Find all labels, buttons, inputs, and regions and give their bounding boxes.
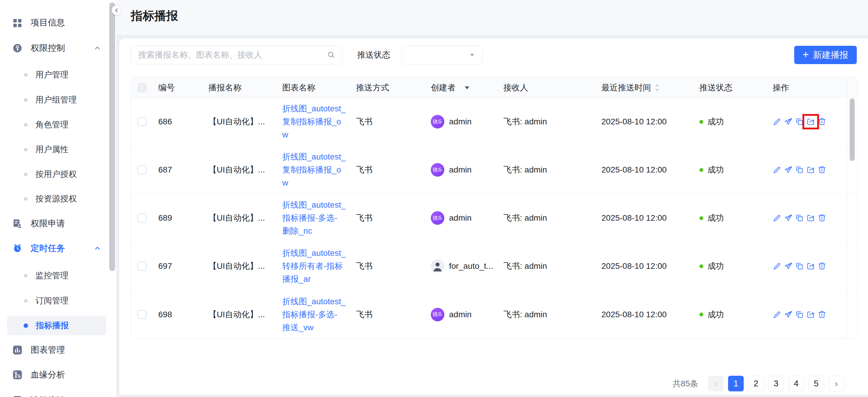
search-icon[interactable] bbox=[327, 51, 336, 59]
table-row: 686【UI自动化】...折线图_autotest_复制指标播报_ow飞书骁乐a… bbox=[131, 98, 857, 146]
delete-action-icon[interactable] bbox=[817, 214, 826, 222]
sidebar-item-13[interactable]: 图表管理 bbox=[0, 340, 117, 360]
cell-chart-name-link[interactable]: 折线图_autotest_指标播报-多选-推送_vw bbox=[282, 291, 346, 338]
sidebar-item-label: 用户属性 bbox=[35, 144, 68, 155]
pagination-page-5[interactable]: 5 bbox=[808, 376, 824, 391]
sidebar-item-15[interactable]: 访问统计 bbox=[0, 391, 117, 397]
push-action-icon[interactable] bbox=[806, 214, 815, 222]
sidebar-item-1[interactable]: 权限控制 bbox=[0, 38, 117, 58]
chart-name-line[interactable]: 复制指标播报_o bbox=[282, 115, 341, 128]
chart-name-line[interactable]: 删除_nc bbox=[282, 224, 312, 238]
sidebar-item-sub-7[interactable]: 按资源授权 bbox=[0, 189, 117, 209]
row-checkbox[interactable] bbox=[137, 262, 147, 271]
copy-action-icon[interactable] bbox=[795, 310, 804, 319]
delete-action-icon[interactable] bbox=[817, 262, 826, 271]
sidebar-item-sub-4[interactable]: 角色管理 bbox=[0, 115, 117, 134]
sidebar-item-label: 监控管理 bbox=[35, 270, 68, 281]
creator-name: for_auto_t... bbox=[449, 262, 493, 271]
send-action-icon[interactable] bbox=[784, 262, 793, 271]
chart-name-line[interactable]: 推送_vw bbox=[282, 321, 314, 334]
sidebar-item-sub-6[interactable]: 按用户授权 bbox=[0, 164, 117, 184]
edit-action-icon[interactable] bbox=[773, 165, 781, 174]
status-success-dot bbox=[700, 312, 703, 316]
cell-receiver: 飞书: admin bbox=[503, 291, 547, 338]
filter-icon[interactable] bbox=[464, 85, 470, 91]
copy-action-icon[interactable] bbox=[795, 262, 804, 271]
pagination-page-3[interactable]: 3 bbox=[768, 376, 784, 391]
chart-name-line[interactable]: 指标播报-多选- bbox=[282, 308, 337, 321]
row-checkbox[interactable] bbox=[137, 117, 147, 126]
copy-action-icon[interactable] bbox=[795, 165, 804, 174]
edit-action-icon[interactable] bbox=[773, 117, 781, 126]
chart-name-line[interactable]: 折线图_autotest_ bbox=[282, 102, 346, 115]
sidebar-item-sub-3[interactable]: 用户组管理 bbox=[0, 90, 117, 110]
delete-action-icon[interactable] bbox=[817, 310, 826, 319]
chart-name-line[interactable]: 转移所有者-指标 bbox=[282, 259, 343, 273]
chart-name-line[interactable]: 折线图_autotest_ bbox=[282, 247, 346, 259]
sidebar: 项目信息权限控制用户管理用户组管理角色管理用户属性按用户授权按资源授权权限申请定… bbox=[0, 0, 117, 397]
chart-name-line[interactable]: 播报_ar bbox=[282, 273, 311, 286]
push-action-icon[interactable] bbox=[806, 310, 815, 319]
copy-action-icon[interactable] bbox=[795, 214, 804, 222]
push-action-icon[interactable] bbox=[806, 165, 815, 174]
cell-id: 697 bbox=[158, 242, 172, 290]
send-action-icon[interactable] bbox=[784, 214, 793, 222]
send-action-icon[interactable] bbox=[784, 117, 793, 126]
plus-icon: + bbox=[802, 49, 809, 60]
edit-action-icon[interactable] bbox=[773, 262, 781, 271]
sidebar-item-sub-12[interactable]: 指标播报 bbox=[7, 316, 106, 335]
column-header-creator[interactable]: 创建者 bbox=[431, 78, 470, 98]
cell-chart-name-link[interactable]: 折线图_autotest_转移所有者-指标播报_ar bbox=[282, 242, 346, 290]
send-action-icon[interactable] bbox=[784, 310, 793, 319]
sidebar-item-14[interactable]: 血缘分析 bbox=[0, 365, 117, 385]
create-broadcast-button[interactable]: + 新建播报 bbox=[794, 46, 857, 64]
sidebar-item-0[interactable]: 项目信息 bbox=[0, 13, 117, 32]
push-status-select[interactable] bbox=[402, 45, 483, 64]
cell-chart-name-link[interactable]: 折线图_autotest_指标播报-多选-删除_nc bbox=[282, 194, 346, 242]
sidebar-item-sub-11[interactable]: 订阅管理 bbox=[0, 291, 117, 310]
chevron-up-icon[interactable] bbox=[94, 245, 101, 252]
sidebar-item-9[interactable]: 定时任务 bbox=[0, 239, 117, 258]
sidebar-collapse-button[interactable] bbox=[112, 5, 121, 15]
push-action-icon[interactable] bbox=[806, 262, 815, 271]
chart-name-line[interactable]: 复制指标播报_o bbox=[282, 163, 341, 176]
chart-name-line[interactable]: 指标播报-多选- bbox=[282, 212, 337, 224]
pagination-next-button[interactable]: › bbox=[829, 376, 844, 391]
chevron-left-icon bbox=[114, 8, 119, 13]
chart-name-line[interactable]: 折线图_autotest_ bbox=[282, 198, 346, 212]
sidebar-item-sub-2[interactable]: 用户管理 bbox=[0, 65, 117, 85]
table-scrollbar[interactable] bbox=[850, 98, 855, 161]
chart-name-line[interactable]: 折线图_autotest_ bbox=[282, 150, 346, 163]
send-action-icon[interactable] bbox=[784, 165, 793, 174]
chart-name-line[interactable]: 折线图_autotest_ bbox=[282, 295, 346, 308]
delete-action-icon[interactable] bbox=[817, 165, 826, 174]
pagination-prev-button[interactable]: ‹ bbox=[708, 376, 724, 391]
column-header-time[interactable]: 最近推送时间 bbox=[601, 78, 660, 98]
pagination-page-2[interactable]: 2 bbox=[748, 376, 764, 391]
edit-action-icon[interactable] bbox=[773, 310, 781, 319]
cell-chart-name-link[interactable]: 折线图_autotest_复制指标播报_ow bbox=[282, 98, 346, 146]
chevron-up-icon[interactable] bbox=[94, 44, 101, 52]
select-all-checkbox[interactable] bbox=[137, 83, 147, 92]
search-input[interactable] bbox=[131, 46, 327, 64]
sidebar-item-8[interactable]: 权限申请 bbox=[0, 214, 117, 233]
chart-name-line[interactable]: w bbox=[282, 176, 288, 189]
row-checkbox[interactable] bbox=[137, 165, 147, 174]
sidebar-item-sub-10[interactable]: 监控管理 bbox=[0, 266, 117, 285]
pagination-page-4[interactable]: 4 bbox=[788, 376, 804, 391]
status-success-dot bbox=[700, 168, 703, 172]
chart-name-line[interactable]: w bbox=[282, 128, 288, 141]
row-checkbox[interactable] bbox=[137, 310, 147, 319]
sidebar-item-sub-5[interactable]: 用户属性 bbox=[0, 140, 117, 159]
cell-push-status: 成功 bbox=[700, 291, 724, 338]
sidebar-scrollbar[interactable] bbox=[109, 2, 115, 271]
sort-icon[interactable] bbox=[654, 83, 660, 93]
column-label: 图表名称 bbox=[282, 82, 315, 93]
table-row: 697【UI自动化】...折线图_autotest_转移所有者-指标播报_ar飞… bbox=[131, 242, 857, 291]
edit-action-icon[interactable] bbox=[773, 214, 781, 222]
cell-chart-name-link[interactable]: 折线图_autotest_复制指标播报_ow bbox=[282, 146, 346, 194]
sidebar-item-label: 订阅管理 bbox=[35, 295, 68, 306]
row-checkbox[interactable] bbox=[137, 214, 147, 222]
pagination-page-1[interactable]: 1 bbox=[728, 376, 744, 391]
cell-actions bbox=[773, 291, 826, 338]
